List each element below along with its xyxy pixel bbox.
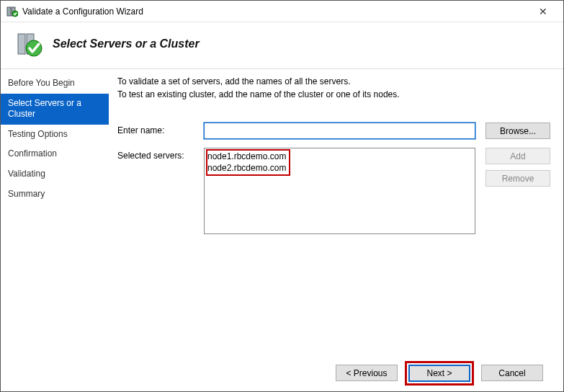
close-button[interactable]: ✕ — [529, 6, 558, 17]
wizard-footer: < Previous Next > Cancel — [1, 354, 563, 391]
cancel-button[interactable]: Cancel — [481, 365, 543, 381]
enter-name-input[interactable] — [204, 122, 475, 139]
enter-name-label: Enter name: — [117, 122, 204, 135]
description-line-1: To validate a set of servers, add the na… — [117, 75, 550, 88]
svg-rect-3 — [18, 34, 25, 54]
selected-servers-label: Selected servers: — [117, 148, 204, 161]
remove-button: Remove — [485, 170, 550, 187]
wizard-header: Select Servers or a Cluster — [1, 22, 563, 69]
previous-button[interactable]: < Previous — [336, 365, 398, 381]
next-button[interactable]: Next > — [408, 365, 470, 382]
description-line-2: To test an existing cluster, add the nam… — [117, 88, 550, 101]
nav-testing-options[interactable]: Testing Options — [1, 125, 109, 145]
browse-button[interactable]: Browse... — [485, 122, 550, 139]
nav-summary[interactable]: Summary — [1, 184, 109, 205]
app-icon — [6, 6, 18, 17]
nav-select-servers[interactable]: Select Servers or a Cluster — [1, 94, 109, 125]
header-icon — [15, 30, 44, 58]
page-title: Select Servers or a Cluster — [53, 37, 200, 50]
list-item[interactable]: node1.rbcdemo.com — [207, 151, 286, 162]
add-button: Add — [485, 148, 550, 164]
list-item[interactable]: node2.rbcdemo.com — [207, 162, 286, 174]
wizard-content: To validate a set of servers, add the na… — [109, 69, 563, 354]
wizard-window: Validate a Configuration Wizard ✕ Select… — [0, 0, 564, 392]
titlebar: Validate a Configuration Wizard ✕ — [1, 1, 563, 22]
wizard-nav: Before You Begin Select Servers or a Clu… — [1, 69, 109, 354]
servers-highlight: node1.rbcdemo.com node2.rbcdemo.com — [206, 149, 290, 176]
svg-rect-0 — [7, 7, 11, 16]
selected-servers-list[interactable]: node1.rbcdemo.com node2.rbcdemo.com — [204, 148, 475, 234]
nav-confirmation[interactable]: Confirmation — [1, 144, 109, 164]
next-button-highlight: Next > — [405, 361, 474, 386]
nav-validating[interactable]: Validating — [1, 164, 109, 184]
nav-before-you-begin[interactable]: Before You Begin — [1, 74, 109, 94]
description: To validate a set of servers, add the na… — [117, 75, 550, 101]
window-title: Validate a Configuration Wizard — [22, 6, 529, 17]
